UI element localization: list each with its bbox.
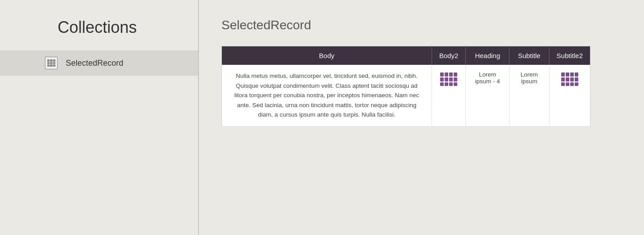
- table-icon-grid: [47, 59, 55, 67]
- body2-grid-icon: [440, 72, 457, 86]
- sidebar-item-selectedrecord[interactable]: SelectedRecord: [0, 50, 198, 76]
- icon-cell: [50, 64, 52, 67]
- col-header-heading: Heading: [466, 46, 509, 65]
- table-header-row: Body Body2 Heading Subtitle Subtitle2: [222, 46, 590, 65]
- col-header-body2: Body2: [432, 46, 466, 65]
- table-icon: [45, 57, 58, 69]
- sidebar-item-label: SelectedRecord: [66, 59, 123, 68]
- data-table: Body Body2 Heading Subtitle Subtitle2 Nu…: [221, 46, 590, 127]
- main-content: SelectedRecord Body Body2 Heading Subtit…: [199, 0, 644, 235]
- cell-subtitle: Lorem ipsum: [509, 65, 549, 126]
- icon-cell: [47, 64, 50, 67]
- col-header-body: Body: [222, 46, 432, 65]
- cell-body2: [432, 65, 466, 126]
- cell-heading: Lorem ipsum - 4: [466, 65, 509, 126]
- cell-body: Nulla metus metus, ullamcorper vel, tinc…: [222, 65, 432, 126]
- body-text: Nulla metus metus, ullamcorper vel, tinc…: [234, 72, 419, 118]
- icon-cell: [53, 59, 55, 62]
- sidebar: Collections SelectedRecord: [0, 0, 198, 235]
- col-header-subtitle2: Subtitle2: [549, 46, 590, 65]
- icon-cell: [50, 59, 52, 62]
- subtitle2-grid-icon: [561, 72, 578, 86]
- page-title: SelectedRecord: [221, 18, 621, 32]
- icon-cell: [53, 62, 55, 64]
- icon-cell: [50, 62, 52, 64]
- icon-cell: [47, 59, 50, 62]
- table-row: Nulla metus metus, ullamcorper vel, tinc…: [222, 65, 590, 126]
- col-header-subtitle: Subtitle: [509, 46, 549, 65]
- sidebar-title: Collections: [0, 14, 198, 50]
- cell-subtitle2: [549, 65, 590, 126]
- icon-cell: [47, 62, 50, 64]
- icon-cell: [53, 64, 55, 67]
